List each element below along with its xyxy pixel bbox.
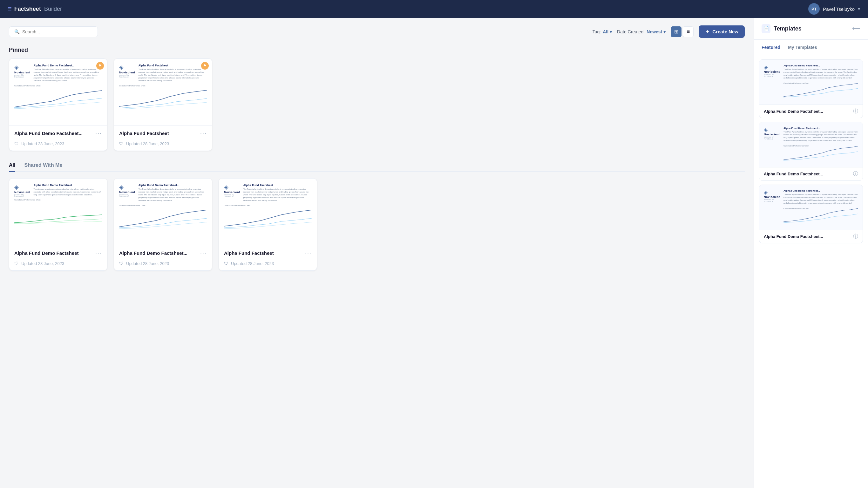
all-card-menu-1[interactable]: ··· — [95, 250, 102, 256]
all-card-footer-2: Alpha Fund Demo Factsheet... ··· — [114, 245, 212, 261]
all-card-ptitle-1: Alpha Fund Demo Factsheet — [34, 184, 102, 187]
all-card-footer-1: Alpha Fund Demo Factsheet ··· — [9, 245, 107, 261]
pinned-section: Pinned ⚑ ◈ Noviscient powered by Fundbox… — [9, 47, 745, 151]
template-tabs: Featured My Templates — [754, 40, 868, 54]
date-select[interactable]: Newest ▾ — [647, 29, 665, 34]
all-card-3[interactable]: ◈ Noviscient powered by Fundbox.ai Alpha… — [219, 178, 317, 271]
all-card-text-1: Alpha Fund Demo Factsheet The strategy a… — [34, 184, 102, 196]
all-card-1[interactable]: ◈ Noviscient powered by Fundbox.ai Alpha… — [9, 178, 107, 271]
logo-text-1: Noviscient — [14, 71, 31, 74]
tag-value: All — [603, 29, 609, 34]
all-card-menu-2[interactable]: ··· — [200, 250, 207, 256]
template-content-3: Alpha Fund Demo Factsheet... The Pure Al… — [783, 189, 858, 225]
logo-subtitle-1: powered by Fundbox.ai — [14, 74, 31, 78]
all-card-header-3: ◈ Noviscient powered by Fundbox.ai Alpha… — [224, 184, 312, 202]
card-text-preview-1: Alpha Fund Demo Factsheet... The Pure Al… — [34, 64, 102, 82]
chart-label-2: Cumulative Performance Chart — [119, 85, 207, 87]
all-card-text-2: Alpha Fund Demo Factsheet... The Pure Al… — [138, 184, 207, 202]
templates-header: 📄 Templates ⟵ — [754, 18, 868, 40]
create-label: Create New — [712, 29, 738, 34]
all-card-pdesc-1: The strategy aims to generate an absolut… — [34, 188, 102, 196]
card-footer-2: Alpha Fund Factsheet ··· — [114, 125, 212, 141]
collapse-panel-button[interactable]: ⟵ — [852, 25, 860, 32]
view-toggles: ⊞ ≡ — [671, 26, 693, 37]
brand-builder: Builder — [44, 6, 62, 12]
card-footer-1: Alpha Fund Demo Factsheet... ··· — [9, 125, 107, 141]
card-updated-2: Updated 28 June, 2023 — [126, 142, 169, 146]
card-text-preview-2: Alpha Fund Factsheet The Pure Alpha fund… — [138, 64, 207, 82]
template-item-1[interactable]: ◈ Noviscient powered by Fundbox.ai Alpha… — [759, 59, 863, 118]
avatar: PT — [808, 3, 820, 14]
svg-text:Cumulative Performance Chart: Cumulative Performance Chart — [783, 82, 809, 84]
all-card-menu-3[interactable]: ··· — [305, 250, 312, 256]
navbar: ≡ Factsheet Builder PT Pavel Tseluyko ▾ — [0, 0, 868, 18]
tab-shared[interactable]: Shared With Me — [24, 162, 62, 172]
template-logo-3: ◈ Noviscient powered by Fundbox.ai — [764, 189, 780, 202]
search-icon: 🔍 — [14, 29, 20, 34]
all-mini-chart-1 — [14, 202, 102, 224]
template-item-2[interactable]: ◈ Noviscient powered by Fundbox.ai Alpha… — [759, 122, 863, 181]
all-logo-3: ◈ Noviscient powered by Fundbox.ai — [224, 184, 240, 196]
logo-subtitle-2: powered by Fundbox.ai — [119, 74, 135, 78]
card-preview-title-1: Alpha Fund Demo Factsheet... — [34, 64, 102, 67]
tab-all[interactable]: All — [9, 162, 15, 172]
date-filter: Date Created: Newest ▾ — [617, 29, 665, 34]
chart-area-2: Cumulative Performance Chart — [119, 85, 207, 112]
all-card-preview-1: ◈ Noviscient powered by Fundbox.ai Alpha… — [9, 179, 107, 245]
logo-text-2: Noviscient — [119, 71, 135, 74]
template-logo-2: ◈ Noviscient powered by Fundbox.ai — [764, 127, 780, 139]
chart-area-1: Cumulative Performance Chart — [14, 85, 102, 112]
pinned-card-1[interactable]: ⚑ ◈ Noviscient powered by Fundbox.ai Alp… — [9, 58, 107, 151]
toolbar-filters: Tag: All ▾ Date Created: Newest ▾ ⊞ — [593, 25, 745, 38]
search-input[interactable] — [22, 29, 92, 34]
brand-logo[interactable]: ≡ Factsheet Builder — [8, 5, 62, 13]
pinned-card-2[interactable]: ⚑ ◈ Noviscient powered by Fundbox.ai Alp… — [114, 58, 212, 151]
card-preview-desc-1: The Pure Alpha fund is a dynamic portfol… — [34, 68, 102, 82]
all-card-2[interactable]: ◈ Noviscient powered by Fundbox.ai Alpha… — [114, 178, 212, 271]
grid-icon: ⊞ — [674, 29, 678, 35]
card-preview-title-2: Alpha Fund Factsheet — [138, 64, 207, 67]
template-name-1: Alpha Fund Demo Factsheet... — [764, 109, 823, 114]
template-mini-chart-3: Cumulative Performance Chart — [783, 207, 858, 224]
card-preview-2: ⚑ ◈ Noviscient powered by Fundbox.ai Alp… — [114, 59, 212, 125]
toolbar: 🔍 Tag: All ▾ Date Created: Newest ▾ — [9, 25, 745, 38]
card-menu-1[interactable]: ··· — [95, 130, 102, 136]
all-card-meta-3: 🛡 Updated 28 June, 2023 — [219, 261, 317, 270]
mini-chart-2 — [119, 88, 207, 110]
search-box[interactable]: 🔍 — [9, 26, 98, 37]
list-view-button[interactable]: ≡ — [683, 26, 693, 37]
templates-title: Templates — [774, 25, 802, 32]
template-preview-1: ◈ Noviscient powered by Fundbox.ai Alpha… — [760, 60, 863, 105]
template-footer-1: Alpha Fund Demo Factsheet... ⓘ — [760, 105, 863, 118]
all-card-preview-2: ◈ Noviscient powered by Fundbox.ai Alpha… — [114, 179, 212, 245]
user-menu[interactable]: PT Pavel Tseluyko ▾ — [808, 3, 860, 14]
template-name-3: Alpha Fund Demo Factsheet... — [764, 234, 823, 239]
shield-icon-2: 🛡 — [119, 141, 124, 146]
template-content-2: Alpha Fund Demo Factsheet... The Pure Al… — [783, 127, 858, 163]
all-card-header-2: ◈ Noviscient powered by Fundbox.ai Alpha… — [119, 184, 207, 202]
create-new-button[interactable]: ＋ Create New — [699, 25, 745, 38]
grid-view-button[interactable]: ⊞ — [671, 26, 682, 37]
all-chart-3: Cumulative Performance Chart — [224, 205, 312, 231]
card-preview-header-2: ◈ Noviscient powered by Fundbox.ai Alpha… — [119, 64, 207, 82]
card-title-1: Alpha Fund Demo Factsheet... — [14, 130, 83, 136]
pinned-cards-grid: ⚑ ◈ Noviscient powered by Fundbox.ai Alp… — [9, 58, 745, 151]
template-tab-my[interactable]: My Templates — [788, 45, 817, 54]
info-icon-3[interactable]: ⓘ — [853, 233, 858, 240]
info-icon-2[interactable]: ⓘ — [853, 171, 858, 177]
card-menu-2[interactable]: ··· — [200, 130, 207, 136]
template-tab-featured[interactable]: Featured — [762, 45, 780, 54]
tag-select[interactable]: All ▾ — [603, 29, 612, 34]
template-logo-1: ◈ Noviscient powered by Fundbox.ai — [764, 64, 780, 76]
info-icon-1[interactable]: ⓘ — [853, 108, 858, 115]
template-item-3[interactable]: ◈ Noviscient powered by Fundbox.ai Alpha… — [759, 185, 863, 243]
list-icon: ≡ — [687, 29, 690, 35]
card-meta-2: 🛡 Updated 28 June, 2023 — [114, 141, 212, 151]
all-card-text-3: Alpha Fund Factsheet The Pure Alpha fund… — [243, 184, 312, 202]
template-footer-3: Alpha Fund Demo Factsheet... ⓘ — [760, 230, 863, 243]
card-preview-desc-2: The Pure Alpha fund is a dynamic portfol… — [138, 68, 207, 82]
tag-filter: Tag: All ▾ — [593, 29, 612, 34]
card-updated-1: Updated 28 June, 2023 — [21, 142, 64, 146]
template-name-2: Alpha Fund Demo Factsheet... — [764, 172, 823, 176]
all-chart-1: Cumulative Performance Chart — [14, 199, 102, 225]
